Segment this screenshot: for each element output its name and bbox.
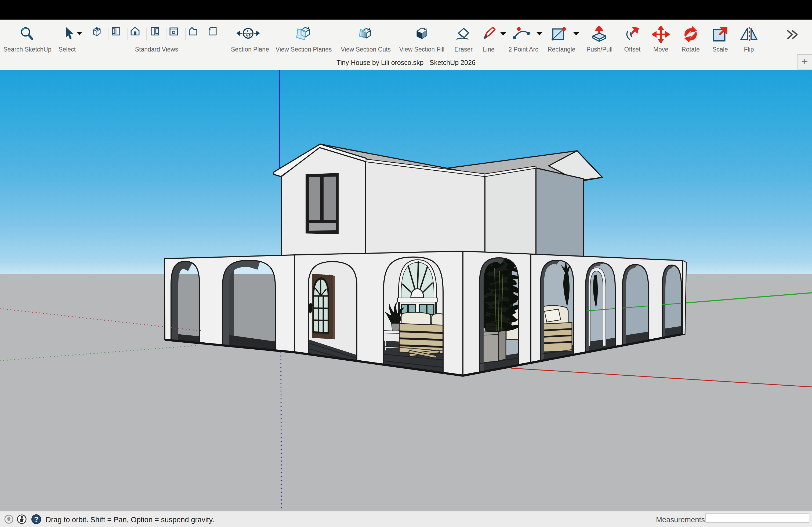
svg-text:?: ? (34, 515, 39, 524)
svg-text:C: C (247, 29, 249, 33)
svg-text:A-5: A-5 (246, 34, 250, 37)
